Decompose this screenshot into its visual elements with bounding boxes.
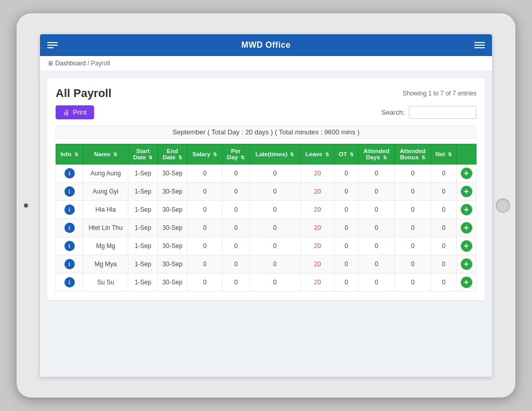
- cell-end-date: 30-Sep: [157, 219, 187, 237]
- cell-salary: 0: [188, 219, 222, 237]
- cell-attended-bonus: 0: [395, 219, 431, 237]
- cell-per-day: 0: [222, 183, 249, 201]
- menu-icon[interactable]: [474, 42, 485, 48]
- table-row: i Mg Mg 1-Sep 30-Sep 0 0 0 20 0 0 0 0 +: [56, 237, 476, 255]
- cell-net: 0: [431, 165, 456, 183]
- cell-leave: 20: [300, 273, 334, 292]
- info-button[interactable]: i: [64, 204, 75, 215]
- cell-action: +: [457, 183, 476, 201]
- main-content: All Payroll Showing 1 to 7 of 7 entries …: [40, 71, 492, 377]
- add-button[interactable]: +: [461, 168, 472, 179]
- page-title: All Payroll: [56, 87, 112, 100]
- add-button[interactable]: +: [461, 240, 472, 252]
- cell-per-day: 0: [222, 237, 249, 255]
- th-action: [457, 144, 476, 165]
- cell-late: 0: [249, 237, 300, 255]
- th-start-date: StartDate ⇅: [128, 144, 157, 165]
- add-button[interactable]: +: [461, 222, 472, 234]
- cell-late: 0: [249, 273, 300, 292]
- th-ot: OT ⇅: [335, 144, 358, 165]
- cell-per-day: 0: [222, 201, 249, 219]
- info-button[interactable]: i: [64, 223, 75, 233]
- cell-leave: 20: [300, 183, 334, 201]
- cell-name: Htet Lin Thu: [83, 219, 128, 237]
- breadcrumb-screen-icon: 🖥: [47, 60, 54, 67]
- cell-info: i: [56, 201, 83, 219]
- cell-action: +: [457, 201, 476, 219]
- cell-end-date: 30-Sep: [157, 165, 187, 183]
- cell-attended-bonus: 0: [395, 201, 431, 219]
- add-button[interactable]: +: [461, 186, 472, 197]
- cell-ot: 0: [335, 237, 358, 255]
- info-button[interactable]: i: [64, 241, 75, 251]
- cell-attended-days: 0: [358, 201, 395, 219]
- info-button[interactable]: i: [64, 277, 75, 287]
- cell-net: 0: [431, 237, 456, 255]
- cell-salary: 0: [188, 165, 222, 183]
- cell-end-date: 30-Sep: [157, 273, 187, 292]
- info-button[interactable]: i: [64, 168, 75, 179]
- cell-name: Mg Mya: [83, 255, 128, 273]
- add-button[interactable]: +: [461, 204, 472, 215]
- table-row: i Aung Aung 1-Sep 30-Sep 0 0 0 20 0 0 0 …: [56, 165, 476, 183]
- cell-attended-days: 0: [358, 165, 395, 183]
- cell-net: 0: [431, 201, 456, 219]
- add-button[interactable]: +: [461, 277, 472, 288]
- search-input[interactable]: [409, 106, 476, 119]
- cell-late: 0: [249, 255, 300, 273]
- payroll-table: Info ⇅ Name ⇅ StartDate ⇅ EndDate ⇅ Sala…: [56, 144, 476, 292]
- table-row: i Hla Hla 1-Sep 30-Sep 0 0 0 20 0 0 0 0 …: [56, 201, 476, 219]
- cell-attended-bonus: 0: [395, 273, 431, 292]
- th-end-date: EndDate ⇅: [157, 144, 187, 165]
- cell-net: 0: [431, 255, 456, 273]
- cell-name: Hla Hla: [83, 201, 128, 219]
- cell-info: i: [56, 237, 83, 255]
- cell-start-date: 1-Sep: [128, 273, 157, 292]
- printer-icon: 🖨: [63, 108, 70, 116]
- cell-net: 0: [431, 219, 456, 237]
- cell-info: i: [56, 255, 83, 273]
- period-info: September ( Total Day : 20 days ) ( Tota…: [56, 126, 476, 139]
- cell-salary: 0: [188, 237, 222, 255]
- info-button[interactable]: i: [64, 186, 75, 197]
- add-button[interactable]: +: [461, 258, 472, 270]
- table-row: i Htet Lin Thu 1-Sep 30-Sep 0 0 0 20 0 0…: [56, 219, 476, 237]
- breadcrumb-current: Payroll: [91, 60, 110, 67]
- tablet-home-button[interactable]: [496, 198, 510, 213]
- cell-leave: 20: [300, 201, 334, 219]
- cell-start-date: 1-Sep: [128, 219, 157, 237]
- cell-name: Su Su: [83, 273, 128, 292]
- cell-attended-bonus: 0: [395, 237, 431, 255]
- print-button[interactable]: 🖨 Print: [56, 105, 94, 119]
- info-button[interactable]: i: [64, 259, 75, 269]
- cell-action: +: [457, 255, 476, 273]
- cell-start-date: 1-Sep: [128, 183, 157, 201]
- cell-per-day: 0: [222, 219, 249, 237]
- nav-bar: MWD Office: [40, 34, 492, 56]
- cell-late: 0: [249, 165, 300, 183]
- tablet-dot: [24, 203, 28, 208]
- breadcrumb-separator: /: [87, 60, 89, 67]
- table-row: i Aung Gyi 1-Sep 30-Sep 0 0 0 20 0 0 0 0…: [56, 183, 476, 201]
- cell-start-date: 1-Sep: [128, 237, 157, 255]
- cell-ot: 0: [335, 219, 358, 237]
- hamburger-icon[interactable]: [47, 42, 58, 48]
- cell-attended-days: 0: [358, 273, 395, 292]
- cell-name: Aung Gyi: [83, 183, 128, 201]
- cell-attended-days: 0: [358, 183, 395, 201]
- cell-end-date: 30-Sep: [157, 201, 187, 219]
- cell-per-day: 0: [222, 165, 249, 183]
- breadcrumb-dashboard[interactable]: Dashboard: [55, 60, 86, 67]
- cell-start-date: 1-Sep: [128, 201, 157, 219]
- cell-attended-days: 0: [358, 219, 395, 237]
- th-info: Info ⇅: [56, 144, 83, 165]
- cell-action: +: [457, 237, 476, 255]
- cell-attended-bonus: 0: [395, 165, 431, 183]
- toolbar: 🖨 Print Search:: [56, 105, 476, 119]
- cell-net: 0: [431, 183, 456, 201]
- cell-action: +: [457, 165, 476, 183]
- cell-start-date: 1-Sep: [128, 165, 157, 183]
- cell-ot: 0: [335, 165, 358, 183]
- cell-info: i: [56, 273, 83, 292]
- cell-attended-days: 0: [358, 255, 395, 273]
